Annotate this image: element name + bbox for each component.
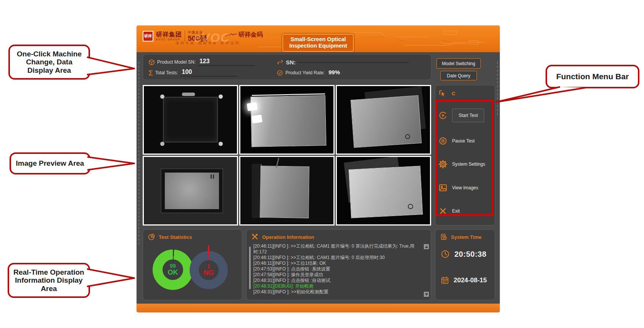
time-value: 20:50:38 bbox=[454, 250, 486, 259]
evoc-logo-icon: 研祥 bbox=[143, 31, 153, 42]
operation-information-panel: Operation Information [20:46:11][INFO ]:… bbox=[246, 229, 431, 300]
pie-chart-icon bbox=[148, 233, 155, 241]
brand-name: 研祥集团 bbox=[156, 32, 182, 38]
app-title-line2: Inspection Equipment bbox=[289, 43, 347, 49]
check-circle-icon bbox=[277, 70, 283, 76]
menu-item-pause-test[interactable]: Pause Test bbox=[435, 136, 495, 146]
sn-label: SN: bbox=[286, 59, 296, 66]
sigma-icon: Σ bbox=[148, 69, 153, 77]
gold-brand-name: 研祥金码 bbox=[225, 31, 263, 39]
total-tests-value: 100 bbox=[180, 69, 238, 77]
gear-icon bbox=[438, 160, 448, 169]
ok-label: OK bbox=[168, 269, 178, 276]
preview-image-2[interactable] bbox=[239, 85, 335, 155]
close-icon bbox=[438, 206, 448, 216]
yield-rate-field: Product Yield Rate: 99% bbox=[277, 68, 427, 78]
total-tests-field: Σ Total Tests: 100 bbox=[148, 68, 277, 78]
preview-image-4[interactable] bbox=[143, 156, 238, 226]
app-title-badge: Small-Screen Optical Inspection Equipmen… bbox=[282, 34, 354, 52]
image-icon bbox=[438, 183, 448, 192]
date-query-button[interactable]: Date Query bbox=[440, 71, 477, 80]
logo-divider bbox=[185, 30, 185, 42]
box-icon bbox=[148, 59, 155, 66]
menu-item-view-images[interactable]: View Images bbox=[435, 183, 495, 192]
sn-field: SN: bbox=[277, 57, 427, 67]
preview-image-6[interactable] bbox=[336, 156, 431, 226]
date-value: 2024-08-15 bbox=[454, 277, 487, 284]
script-squiggle-icon bbox=[225, 32, 237, 38]
log-scroll-down-button[interactable] bbox=[424, 292, 429, 297]
log-scroll-up-button[interactable] bbox=[424, 244, 429, 249]
log-title: Operation Information bbox=[262, 234, 314, 240]
circuit-decoration bbox=[497, 62, 498, 115]
crossed-tools-icon bbox=[251, 233, 259, 241]
yield-rate-value: 99% bbox=[327, 69, 341, 76]
preview-image-1[interactable] bbox=[143, 85, 238, 155]
callout-data-display-area: One-Click Machine Change, Data Display A… bbox=[8, 45, 90, 80]
app-footer-bar bbox=[137, 304, 500, 312]
model-switching-button[interactable]: Model Switching bbox=[436, 58, 481, 69]
function-menu-panel: C Start Test Pause Test bbox=[435, 85, 495, 226]
play-restart-icon bbox=[438, 111, 448, 120]
start-test-button[interactable]: Start Test bbox=[452, 109, 484, 122]
callout-text: Image Preview Area bbox=[16, 159, 84, 167]
brand-slogan: 读码专家·视检专家·研祥金码 bbox=[175, 41, 240, 46]
ok-count: 99 bbox=[170, 263, 176, 269]
callout-text: Real-Time Operation Information Display … bbox=[13, 268, 85, 293]
log-line: [20:46:11][INFO ]: >>工位相机: CAM1 图片编号: 0 … bbox=[253, 243, 422, 255]
ng-tick-marker bbox=[208, 245, 209, 256]
system-time-row: 20:50:38 bbox=[441, 250, 486, 259]
callout-image-preview-area: Image Preview Area bbox=[10, 152, 90, 174]
callout-pointer-function-menu bbox=[496, 87, 586, 102]
log-line: [20:46:11][INFO ]: >>工位相机: CAM1 图片编号: 0 … bbox=[253, 255, 422, 261]
preview-image-5[interactable] bbox=[239, 156, 335, 226]
callout-function-menu-bar: Function Menu Bar bbox=[546, 65, 639, 88]
system-settings-label: System Settings bbox=[452, 162, 485, 167]
log-line: [20:48:31][INFO ]: 点击按钮 :自动测试 bbox=[253, 278, 422, 283]
log-header: Operation Information bbox=[246, 230, 431, 242]
menu-item-exit[interactable]: Exit bbox=[435, 206, 495, 216]
product-model-field: Product Model SN: 123 bbox=[148, 57, 277, 67]
log-body[interactable]: [20:46:11][INFO ]: >>工位相机: CAM1 图片编号: 0 … bbox=[246, 243, 431, 298]
product-model-label: Product Model SN: bbox=[157, 59, 196, 65]
time-title: System Time bbox=[451, 234, 481, 240]
exit-label: Exit bbox=[452, 208, 460, 214]
callout-text: Function Menu Bar bbox=[556, 72, 629, 81]
log-scrollbar[interactable] bbox=[249, 246, 251, 289]
ng-donut-chart: 1 NG bbox=[190, 251, 228, 289]
data-display-panel: Product Model SN: 123 SN: Σ Total Tests:… bbox=[143, 54, 431, 80]
callout-pointer-realtime-info bbox=[87, 269, 134, 286]
sn-link-icon bbox=[277, 59, 283, 66]
system-date-row: 2024-08-15 bbox=[441, 276, 487, 285]
ng-count: 1 bbox=[207, 264, 210, 269]
click-hand-icon bbox=[438, 89, 447, 98]
menu-header: C bbox=[435, 85, 495, 98]
callout-pointer-image-preview bbox=[87, 157, 134, 170]
stats-title: Test Statistics bbox=[159, 234, 192, 240]
sn-value[interactable] bbox=[298, 61, 409, 63]
menu-item-start-test[interactable]: Start Test bbox=[435, 109, 495, 122]
menu-header-label: C bbox=[452, 91, 455, 96]
app-title-line1: Small-Screen Optical bbox=[289, 36, 347, 43]
pause-icon bbox=[438, 136, 448, 146]
calendar-icon bbox=[441, 276, 449, 285]
circuit-decoration bbox=[138, 62, 139, 245]
preview-image-3[interactable] bbox=[336, 85, 431, 155]
yield-rate-label: Product Yield Rate: bbox=[285, 70, 325, 75]
log-line: [20:47:53][INFO ]: 点击按钮 :系统设置 bbox=[253, 266, 422, 272]
log-line: [20:46:11][INFO ]: >>工位1结果: OK bbox=[253, 261, 422, 266]
ng-label: NG bbox=[204, 269, 214, 277]
pause-test-label: Pause Test bbox=[452, 138, 475, 144]
log-line: [20:48:31][INFO ]: >>初始化检测配置 bbox=[253, 289, 422, 295]
doc-clock-icon bbox=[440, 233, 448, 241]
annotated-screenshot-canvas: One-Click Machine Change, Data Display A… bbox=[0, 0, 644, 328]
menu-item-system-settings[interactable]: System Settings bbox=[435, 160, 495, 169]
log-line-debug: [20:48:31][DEBUG]: 开始检测 bbox=[253, 283, 422, 289]
image-preview-grid bbox=[143, 85, 431, 226]
inspection-app-window: 研祥 研祥集团 EVOC GROUP 中国企业 500强 eVOC 研祥金码 读… bbox=[137, 26, 500, 312]
view-images-label: View Images bbox=[452, 185, 478, 190]
clock-icon bbox=[441, 250, 450, 259]
time-header: System Time bbox=[435, 230, 495, 242]
callout-pointer-data-display bbox=[87, 57, 134, 75]
system-time-panel: System Time 20:50:38 2024-08-15 bbox=[435, 229, 495, 300]
